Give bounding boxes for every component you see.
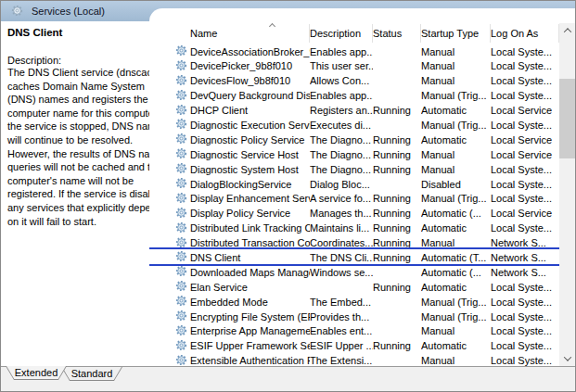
table-row[interactable]: Embedded ModeThe Embed...Manual (Trig...… <box>149 294 559 309</box>
cell-log_on_as: Local Syste... <box>491 296 559 310</box>
cell-name: Downloaded Maps Manager <box>190 266 310 281</box>
column-header-status[interactable]: Status <box>373 24 421 43</box>
cell-status: Running <box>373 163 421 178</box>
table-row[interactable]: Diagnostic Policy ServiceThe Diagno...Ru… <box>149 132 559 146</box>
cell-startup_type: Automatic <box>421 339 491 354</box>
cell-log_on_as: Local Syste... <box>491 281 559 296</box>
service-gear-icon <box>175 162 187 174</box>
cell-description: The Extensi... <box>310 354 373 366</box>
table-row[interactable]: Diagnostic System HostThe Diagno...Runni… <box>149 161 559 176</box>
table-row[interactable]: Enterprise App Managemen...Enables ent..… <box>149 323 559 338</box>
service-gear-icon <box>175 147 187 159</box>
tab-extended[interactable]: Extended <box>6 366 67 380</box>
table-row[interactable]: Elan ServiceRunningAutomaticLocal Syste.… <box>149 279 559 294</box>
table-row-selected[interactable]: DNS ClientThe DNS Cli...RunningAutomatic… <box>149 249 559 264</box>
cell-startup_type: Manual (Trig... <box>421 296 491 310</box>
cell-log_on_as: Local Syste... <box>491 178 559 193</box>
cell-name: Enterprise App Managemen... <box>190 324 310 339</box>
cell-description: Manages th... <box>310 207 373 221</box>
table-row[interactable]: Diagnostic Execution ServiceExecutes di.… <box>149 117 559 132</box>
cell-startup_type: Automatic <box>421 281 491 296</box>
table-row[interactable]: DevicePicker_9b8f010This user ser...Manu… <box>149 58 559 73</box>
table-row[interactable]: Diagnostic Service HostThe Diagno...Runn… <box>149 146 559 161</box>
service-gear-icon <box>175 44 187 57</box>
cell-description: ESIF Upper ... <box>310 339 373 354</box>
service-gear-icon <box>175 133 187 145</box>
cell-name: DevicesFlow_9b8f010 <box>190 74 310 89</box>
table-row[interactable]: DialogBlockingServiceDialog Bloc...Disab… <box>149 176 559 191</box>
cell-status: Running <box>373 281 421 296</box>
cell-name: Diagnostic System Host <box>190 163 310 178</box>
service-gear-icon <box>175 192 187 204</box>
cell-log_on_as: Local Syste... <box>491 119 559 133</box>
cell-description: Enables app... <box>310 89 373 104</box>
cell-status: Running <box>373 207 421 221</box>
cell-log_on_as: Network S... <box>491 266 559 281</box>
cell-name: Distributed Link Tracking Cli... <box>190 221 310 236</box>
services-console-window: Services (Local) DNS Client Description:… <box>0 0 576 392</box>
table-row[interactable]: Encrypting File System (EFS)Provides th.… <box>149 309 559 323</box>
table-row[interactable]: Distributed Transaction Coo...Coordinate… <box>149 235 559 250</box>
cell-status: Running <box>373 221 421 236</box>
cell-name: Embedded Mode <box>190 296 310 310</box>
service-gear-icon <box>175 59 187 71</box>
scroll-down-button[interactable] <box>559 351 575 366</box>
table-row[interactable]: DeviceAssociationBroker_9...Enables app.… <box>149 44 559 58</box>
table-row[interactable]: Display Policy ServiceManages th...Runni… <box>149 206 559 221</box>
service-gear-icon <box>175 118 187 130</box>
service-description-pane: DNS Client Description: The DNS Client s… <box>1 21 173 366</box>
service-rows: DeviceAssociationBroker_9...Enables app.… <box>149 44 559 366</box>
table-row[interactable]: Downloaded Maps ManagerWindows se...Auto… <box>149 264 559 279</box>
cell-log_on_as: Local Syste... <box>491 89 559 104</box>
cell-description: The Diagno... <box>310 133 373 148</box>
cell-startup_type: Manual <box>421 45 491 60</box>
cell-description: A service fo... <box>310 192 373 207</box>
tab-bar: ExtendedStandard <box>6 367 117 381</box>
cell-startup_type: Automatic (... <box>421 266 491 281</box>
header-icon-space <box>175 24 190 43</box>
column-header-name[interactable]: Name <box>190 24 310 43</box>
table-row[interactable]: DevQuery Background Disc...Enables app..… <box>149 88 559 103</box>
service-gear-icon <box>175 310 187 322</box>
cell-description: The DNS Cli... <box>310 251 373 266</box>
cell-log_on_as: Local Syste... <box>491 74 559 89</box>
cell-log_on_as: Local Syste... <box>491 339 559 354</box>
table-row[interactable]: DHCP ClientRegisters an...RunningAutomat… <box>149 103 559 118</box>
cell-log_on_as: Local Service <box>491 104 559 119</box>
cell-startup_type: Manual <box>421 324 491 339</box>
cell-startup_type: Manual <box>421 163 491 178</box>
table-row[interactable]: DevicesFlow_9b8f010Allows Con...ManualLo… <box>149 73 559 88</box>
vertical-scrollbar[interactable] <box>559 23 575 366</box>
scroll-up-button[interactable] <box>559 23 575 38</box>
column-header-startup-type[interactable]: Startup Type <box>421 24 491 43</box>
table-row[interactable]: Display Enhancement ServiceA service fo.… <box>149 191 559 206</box>
column-header-log-on-as[interactable]: Log On As <box>491 24 559 43</box>
cell-log_on_as: Local Syste... <box>491 192 559 207</box>
cell-description: Registers an... <box>310 104 373 119</box>
service-gear-icon <box>175 221 187 234</box>
column-header-description[interactable]: Description <box>310 24 373 43</box>
chevron-up-icon <box>563 28 570 35</box>
cell-name: Display Policy Service <box>190 207 310 221</box>
cell-description: Maintains li... <box>310 221 373 236</box>
table-row[interactable]: ESIF Upper Framework Servi...ESIF Upper … <box>149 338 559 353</box>
cell-status: Running <box>373 133 421 148</box>
service-gear-icon <box>175 250 187 262</box>
cell-name: Elan Service <box>190 281 310 296</box>
cell-description: Enables app... <box>310 45 373 60</box>
cell-description: The Embed... <box>310 296 373 310</box>
services-list: NameDescriptionStatusStartup TypeLog On … <box>149 23 559 366</box>
cell-name: Diagnostic Service Host <box>190 148 310 163</box>
table-row[interactable]: Extensible Authentication P...The Extens… <box>149 353 559 366</box>
cell-description: The Diagno... <box>310 163 373 178</box>
cell-log_on_as: Local Syste... <box>491 163 559 178</box>
tab-standard[interactable]: Standard <box>61 367 122 381</box>
cell-name: Diagnostic Policy Service <box>190 133 310 148</box>
cell-name: DeviceAssociationBroker_9... <box>190 45 310 60</box>
cell-name: Extensible Authentication P... <box>190 354 310 366</box>
cell-log_on_as: Local Syste... <box>491 221 559 236</box>
scrollbar-thumb[interactable] <box>559 79 575 158</box>
cell-startup_type: Manual (Trig... <box>421 119 491 133</box>
table-row[interactable]: Distributed Link Tracking Cli...Maintain… <box>149 221 559 235</box>
cell-log_on_as: Local Syste... <box>491 324 559 339</box>
